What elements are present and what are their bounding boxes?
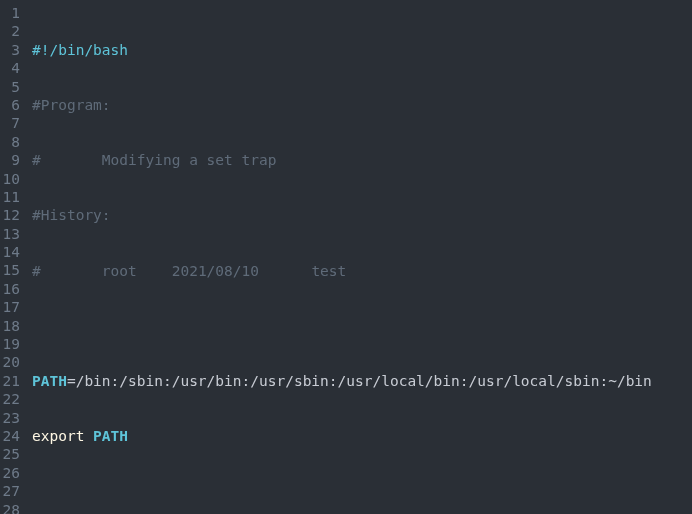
variable-path: PATH — [93, 428, 128, 444]
comment: root — [102, 263, 172, 279]
code-line: PATH=/bin:/sbin:/usr/bin:/usr/sbin:/usr/… — [32, 372, 652, 390]
shebang: #!/bin/bash — [32, 42, 128, 58]
line-number: 21 — [0, 372, 26, 390]
comment: # — [32, 152, 102, 168]
line-number: 20 — [0, 353, 26, 371]
code-area[interactable]: #!/bin/bash #Program: # Modifying a set … — [26, 4, 652, 514]
comment: #History: — [32, 207, 111, 223]
line-number: 28 — [0, 501, 26, 514]
code-line: #History: — [32, 206, 652, 224]
line-number: 15 — [0, 261, 26, 279]
keyword-export: export — [32, 428, 93, 444]
line-number: 14 — [0, 243, 26, 261]
line-number: 2 — [0, 22, 26, 40]
comment: # — [32, 263, 102, 279]
comment: #Program: — [32, 97, 111, 113]
line-number: 23 — [0, 409, 26, 427]
code-line — [32, 317, 652, 335]
line-number: 11 — [0, 188, 26, 206]
variable-path: PATH — [32, 373, 67, 389]
line-number: 1 — [0, 4, 26, 22]
line-number: 4 — [0, 59, 26, 77]
line-number: 16 — [0, 280, 26, 298]
line-number: 10 — [0, 170, 26, 188]
line-number: 19 — [0, 335, 26, 353]
operator: = — [67, 373, 76, 389]
comment: test — [311, 263, 346, 279]
line-number: 22 — [0, 390, 26, 408]
line-number: 24 — [0, 427, 26, 445]
code-line: # Modifying a set trap — [32, 151, 652, 169]
line-number: 13 — [0, 225, 26, 243]
line-number: 7 — [0, 114, 26, 132]
line-number: 12 — [0, 206, 26, 224]
line-number: 5 — [0, 78, 26, 96]
line-number: 6 — [0, 96, 26, 114]
code-line: # root 2021/08/10 test — [32, 262, 652, 280]
line-number-gutter: 1234567891011121314151617181920212223242… — [0, 4, 26, 514]
code-line: #!/bin/bash — [32, 41, 652, 59]
code-line: export PATH — [32, 427, 652, 445]
comment: 2021/08/10 — [172, 263, 312, 279]
line-number: 17 — [0, 298, 26, 316]
path-value: /bin:/sbin:/usr/bin:/usr/sbin:/usr/local… — [76, 373, 652, 389]
editor-pane[interactable]: 1234567891011121314151617181920212223242… — [0, 0, 692, 514]
line-number: 26 — [0, 464, 26, 482]
line-number: 3 — [0, 41, 26, 59]
line-number: 27 — [0, 482, 26, 500]
line-number: 25 — [0, 445, 26, 463]
line-number: 18 — [0, 317, 26, 335]
code-line — [32, 482, 652, 500]
code-line: #Program: — [32, 96, 652, 114]
comment: Modifying a set trap — [102, 152, 277, 168]
line-number: 8 — [0, 133, 26, 151]
line-number: 9 — [0, 151, 26, 169]
